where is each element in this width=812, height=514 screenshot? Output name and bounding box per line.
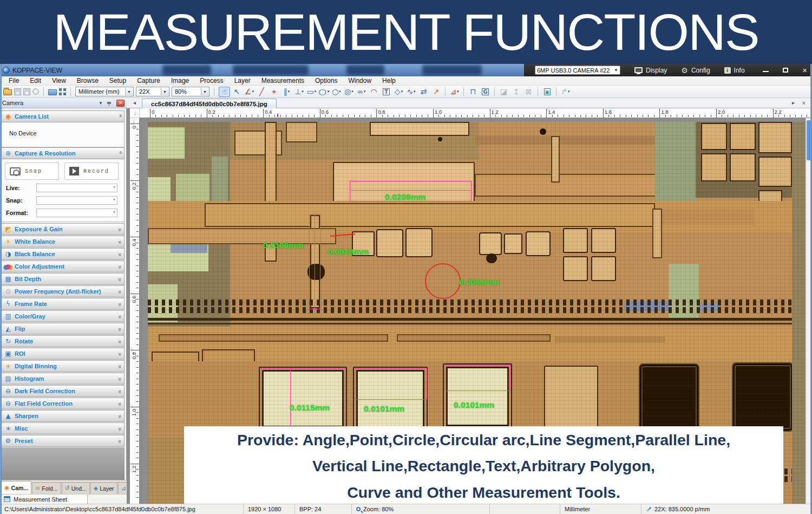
sidebar-section-white-balance[interactable]: ☀White Balance» [1,236,125,248]
collapse-icon[interactable]: » [117,328,123,330]
bottom-tab-fold[interactable]: ≡Fold... [32,482,61,494]
collapse-icon[interactable]: » [117,278,123,280]
angle-tool[interactable]: ∠▾ [244,87,255,97]
sidebar-section-frame-rate[interactable]: ϟFrame Rate» [1,298,125,310]
collapse-icon[interactable]: » [117,415,123,417]
collapse-icon[interactable]: » [117,290,123,292]
collapse-icon[interactable]: » [117,240,123,243]
sidebar-section-histogram[interactable]: ▤Histogram» [1,373,125,385]
live-select[interactable] [36,184,117,192]
document-tab[interactable]: cc5c8637d84df45fd0db0c0b7e8f875.jpg [142,99,277,108]
sidebar-section-bit-depth[interactable]: ▦Bit Depth» [1,273,125,285]
menu-item-options[interactable]: Options [310,76,343,86]
menu-item-browse[interactable]: Browse [71,76,104,86]
tab-scroll-right-icon[interactable]: ▸ [792,100,795,106]
collapse-icon[interactable]: » [117,378,123,380]
menu-item-edit[interactable]: Edit [24,76,47,86]
collapse-icon[interactable]: » [117,228,123,230]
menu-item-file[interactable]: File [3,76,24,86]
zoom-select[interactable]: 80% ▼ [172,87,209,96]
collapse-icon[interactable]: » [117,303,123,305]
circle-tool[interactable]: ○▾ [331,87,342,97]
clipboard-icon[interactable]: ▣ [541,87,553,97]
collapse-icon[interactable]: » [117,315,123,317]
config-button[interactable]: ⚙ Config [681,66,710,75]
vertical-line-tool[interactable]: ⊥▾ [293,87,305,97]
point-tool[interactable]: ⌖ [269,87,280,97]
arrow-tool[interactable]: ↗ [430,87,442,97]
sidebar-section-exposure-gain[interactable]: ◩Exposure & Gain» [1,223,125,235]
select-tool[interactable]: ↖ [231,87,243,97]
ellipse-tool[interactable]: ○▾ [317,87,331,97]
sidebar-section-flat-field-correction[interactable]: ⊖Flat Field Correction» [1,398,125,409]
capture-resolution-header[interactable]: ⊛ Capture & Resolution » [1,147,125,159]
menu-item-image[interactable]: Image [166,76,194,86]
panel-menu-icon[interactable]: ▼ [99,101,103,106]
collapse-icon[interactable]: » [117,440,123,442]
arc-tool[interactable]: ◠ [368,87,379,97]
sidebar-section-preset[interactable]: ⚙Preset» [1,435,125,447]
hand-tool[interactable]: ☝ [219,87,230,97]
menu-item-measurements[interactable]: Measurements [256,76,310,86]
record-button[interactable]: Record [64,162,119,180]
bottom-tab-cam[interactable]: ◉Cam... [1,481,31,494]
tab-close-icon[interactable]: × [802,100,806,106]
menu-item-process[interactable]: Process [194,76,228,86]
collapse-icon[interactable]: » [117,152,123,154]
collapse-icon[interactable]: » [117,390,123,392]
thumbnail-view-icon[interactable] [59,88,66,95]
snap-select[interactable] [36,196,117,205]
menu-item-setup[interactable]: Setup [104,76,132,86]
sidebar-section-color-gray[interactable]: ▥Color/Gray» [1,310,125,322]
collapse-icon[interactable]: » [117,427,123,430]
minimize-button[interactable] [760,67,772,74]
tab-scroll-left-icon[interactable]: ◂ [133,100,136,106]
maximize-button[interactable] [780,67,791,74]
info-button[interactable]: i Info [724,67,745,74]
pin-icon[interactable] [107,102,111,104]
panel-close-button[interactable]: ✕ [116,100,125,107]
menu-item-view[interactable]: View [47,76,71,86]
parallel-dimension-tool[interactable]: ⇄ [418,87,429,97]
menu-item-window[interactable]: Window [343,76,377,86]
line-tool[interactable]: ╱ [256,87,267,97]
open-file-icon[interactable] [3,89,12,95]
collapse-icon[interactable]: » [117,115,123,118]
sidebar-section-flip[interactable]: ◭Flip» [1,323,125,335]
display-button[interactable]: Display [634,67,667,74]
text-tool[interactable]: T [381,87,392,97]
format-select[interactable] [36,209,117,217]
bottom-tab-und[interactable]: ↺Und... [62,482,90,494]
sidebar-section-sharpen[interactable]: ▲Sharpen» [1,410,125,422]
magnification-select[interactable]: 22X ▼ [136,87,169,96]
collapse-icon[interactable]: » [117,340,123,342]
histogram-export-icon[interactable]: ⊓ [467,87,479,97]
collapse-icon[interactable]: » [117,253,123,255]
menu-item-capture[interactable]: Capture [132,76,166,86]
curve-tool[interactable]: ∿▾ [405,87,417,97]
concentric-circle-tool[interactable]: ◎▾ [343,87,355,97]
sidebar-section-dark-field-correction[interactable]: ⊖Dark Field Correction» [1,385,125,397]
annulus-tool[interactable]: ∞▾ [356,87,367,97]
grid-export-icon[interactable]: G [480,87,491,97]
rectangle-tool[interactable]: ▭▾ [306,87,317,97]
sidebar-section-digital-binning[interactable]: ∗Digital Binning» [1,360,125,372]
menu-item-layer[interactable]: Layer [229,76,256,86]
bottom-tab-layer[interactable]: ◈Layer [90,482,117,494]
sidebar-section-black-balance[interactable]: ◑Black Balance» [1,248,125,260]
collapse-icon[interactable]: » [117,265,123,268]
camera-list-header[interactable]: ◉ Camera List » [1,110,125,122]
unit-select[interactable]: Millimeter (mm) ▼ [75,87,134,96]
collapse-icon[interactable]: » [117,353,123,355]
measurement-sheet-tab[interactable]: Measurement Sheet [1,495,88,504]
sidebar-section-rotate[interactable]: ↻Rotate» [1,335,125,347]
sidebar-section-misc[interactable]: ∗Misc» [1,422,125,434]
collapse-icon[interactable]: » [117,365,123,367]
parallel-line-tool[interactable]: ∥▾ [281,87,292,97]
browse-images-icon[interactable] [48,89,57,95]
sidebar-section-color-adjustment[interactable]: ●Color Adjustment» [1,261,125,272]
snap-button[interactable]: Snap [5,162,59,180]
calibration-tool[interactable]: ⊿▾ [449,87,460,97]
menu-item-help[interactable]: Help [377,76,401,86]
close-button[interactable]: × [799,68,811,73]
